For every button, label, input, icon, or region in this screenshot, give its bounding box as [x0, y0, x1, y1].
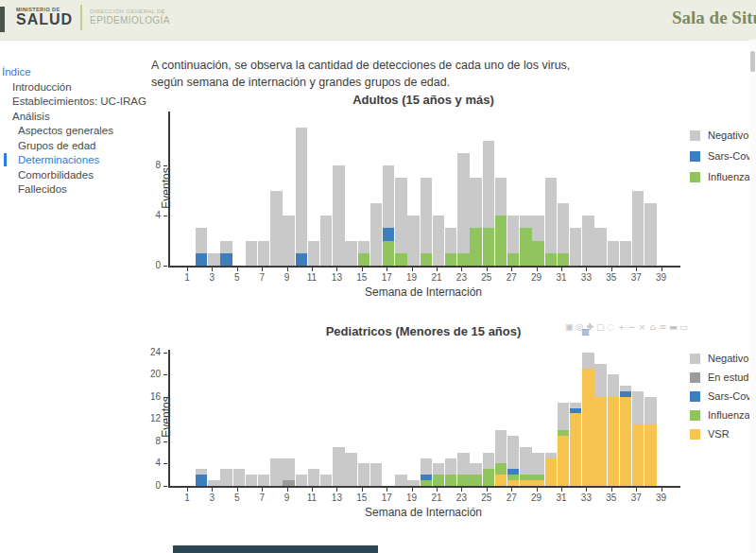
legend-item-en-estudio[interactable]: En estudio [690, 372, 756, 383]
x-axis-tick-label: 31 [552, 272, 571, 283]
sidebar-item--ndice[interactable]: Índice [2, 66, 31, 78]
sidebar-item-fallecidos[interactable]: Fallecidos [18, 183, 67, 195]
y-axis-tick-label: 24 [142, 347, 161, 357]
bar-segment-vsr [545, 458, 558, 486]
bar-segment-negativos [270, 458, 283, 486]
legend-item-negativos[interactable]: Negativos [690, 353, 754, 364]
x-axis-tick-mark [611, 488, 612, 492]
bar-segment-negativos [483, 141, 495, 229]
zoom-out-icon[interactable]: − [627, 321, 636, 334]
reset-axes-icon[interactable]: ⌂ [648, 321, 657, 334]
x-axis-tick-label: 15 [352, 272, 371, 283]
legend-item-influenza[interactable]: Influenza [690, 171, 750, 182]
legend-item-sars-cov2[interactable]: Sars-Cov2 [690, 390, 756, 402]
logo-salud-text: SALUD [16, 12, 73, 27]
y-axis-tick-label: 20 [142, 369, 161, 379]
sidebar-item-an-lisis[interactable]: Análisis [12, 111, 50, 122]
x-axis-tick-mark [611, 268, 612, 271]
sidebar-item-introducci-n[interactable]: Introducción [12, 81, 72, 93]
bar-segment-negativos [308, 241, 320, 267]
chart-adultos: Adultos (15 años y más)04813579111315171… [161, 90, 756, 312]
x-axis-tick-label: 15 [352, 493, 371, 503]
bar-segment-negativos [483, 453, 495, 470]
bar-segment-negativos [470, 463, 482, 475]
x-axis-tick-label: 35 [602, 272, 621, 283]
vertical-scrollbar[interactable] [749, 40, 756, 553]
x-axis-tick-label: 29 [527, 493, 546, 503]
bar-segment-negativos [395, 178, 407, 253]
x-axis-tick-label: 23 [452, 493, 471, 503]
x-axis-tick-label: 3 [202, 493, 221, 503]
bar-segment-negativos [407, 480, 420, 486]
x-axis-tick-mark [336, 268, 337, 271]
hover-closest-icon[interactable]: ▬ [669, 321, 678, 334]
x-axis-tick-label: 23 [452, 272, 471, 283]
legend-item-sars-cov2[interactable]: Sars-Cov2 [690, 150, 756, 162]
y-axis-tick-mark [163, 486, 167, 487]
x-axis-tick-mark [362, 488, 363, 492]
x-axis-tick-label: 9 [278, 272, 297, 283]
bar-segment-negativos [421, 458, 433, 475]
sidebar-item-establecimientos-uc-irag[interactable]: Establecimientos: UC-IRAG [12, 95, 146, 107]
bar-segment-sars-cov2 [196, 253, 208, 266]
intro-paragraph: A continuación, se observa la cantidad d… [151, 58, 595, 91]
bar-segment-sars-cov2 [220, 253, 232, 266]
bar-segment-influenza [483, 228, 495, 266]
x-axis-tick-label: 27 [502, 272, 521, 283]
y-axis-tick-mark [163, 353, 167, 354]
autoscale-icon[interactable]: × [638, 321, 646, 334]
box-select-icon[interactable]: ▢ [596, 321, 605, 334]
bar-segment-negativos [345, 241, 357, 267]
bar-segment-vsr [558, 436, 570, 486]
x-axis-tick-label: 13 [327, 272, 346, 283]
sidebar-item-aspectos-generales[interactable]: Aspectos generales [18, 125, 113, 136]
sidebar-item-grupos-de-edad[interactable]: Grupos de edad [18, 140, 95, 151]
bar-segment-sars-cov2 [383, 228, 395, 240]
hover-compare-icon[interactable]: ▭ [679, 321, 688, 334]
x-axis-tick-label: 37 [627, 493, 645, 503]
scrollbar-thumb[interactable] [750, 51, 755, 72]
y-axis-tick-label: 4 [142, 210, 161, 220]
x-axis-tick-label: 7 [252, 272, 271, 283]
bar-segment-sars-cov2 [507, 469, 520, 475]
footer-bar [173, 545, 378, 553]
legend-item-influenza[interactable]: Influenza [690, 409, 750, 421]
bar-segment-influenza [421, 253, 433, 266]
x-axis-tick-label: 9 [278, 493, 297, 503]
legend-item-negativos[interactable]: Negativos [690, 130, 754, 141]
x-axis-tick-mark [636, 488, 637, 492]
bar-segment-negativos [532, 216, 544, 241]
x-axis-tick-mark [312, 488, 313, 492]
lasso-select-icon[interactable]: ◌ [607, 321, 615, 334]
bar-segment-negativos [370, 463, 383, 486]
x-axis-tick-label: 17 [377, 272, 396, 283]
x-axis-tick-mark [187, 488, 188, 492]
x-axis-tick-label: 27 [502, 493, 521, 503]
sidebar-active-indicator [4, 153, 7, 166]
bar-segment-negativos [594, 228, 607, 266]
bar-segment-negativos [507, 216, 520, 253]
y-axis-tick-label: 4 [142, 458, 161, 468]
camera-icon[interactable]: ▣ [565, 321, 574, 334]
bar-segment-negativos [495, 430, 507, 463]
zoom-in-icon[interactable]: ＋ [617, 321, 626, 334]
bar-segment-negativos [345, 453, 357, 486]
bar-segment-negativos [608, 241, 620, 267]
x-axis-tick-mark [586, 268, 587, 271]
bar-segment-negativos [270, 191, 283, 267]
sidebar-item-comorbilidades[interactable]: Comorbilidades [18, 169, 94, 181]
bar-segment-influenza [558, 430, 570, 436]
legend-item-vsr[interactable]: VSR [690, 428, 730, 440]
bar-segment-influenza [383, 241, 395, 267]
sidebar-item-determinaciones[interactable]: Determinaciones [18, 154, 99, 165]
plotly-logo-icon[interactable]: ▩ [581, 326, 590, 337]
bar-segment-negativos [421, 178, 433, 253]
legend-swatch [690, 172, 700, 182]
bar-segment-vsr [520, 480, 532, 486]
spikelines-icon[interactable]: ≡ [659, 321, 667, 334]
bar-segment-negativos [457, 153, 470, 253]
x-axis-tick-mark [487, 488, 488, 492]
x-axis-tick-mark [461, 268, 462, 271]
x-axis-tick-label: 7 [252, 493, 271, 503]
x-axis-tick-label: 29 [527, 272, 546, 283]
